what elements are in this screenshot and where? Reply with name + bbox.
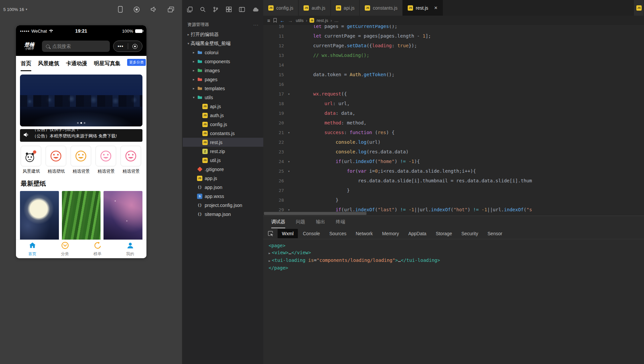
file-.gitignore[interactable]: .gitignore <box>183 165 263 174</box>
mute-icon[interactable] <box>150 6 157 12</box>
horizontal-scrollbar[interactable] <box>264 212 366 215</box>
extensions-icon[interactable] <box>226 7 232 12</box>
git-branch-icon[interactable] <box>213 7 218 12</box>
debugger-tab-问题[interactable]: 问题 <box>296 216 305 228</box>
js-file-icon: JS <box>197 176 202 181</box>
file-util.js[interactable]: JSutil.js <box>183 156 263 165</box>
inspector-tab-Security[interactable]: Security <box>457 229 483 238</box>
expand-arrow-icon[interactable]: ▶ <box>269 259 270 263</box>
cloud-icon[interactable] <box>252 7 259 12</box>
file-config.js[interactable]: JSconfig.js <box>183 120 263 129</box>
forward-arrow-icon[interactable]: → <box>288 18 293 23</box>
folder-utils[interactable]: ▾utils <box>183 93 263 102</box>
wxml-node[interactable]: <page> <box>269 242 639 249</box>
category-item-精选背景[interactable]: 精选背景 <box>120 146 142 174</box>
section-open-editors[interactable]: ▸ 打开的编辑器 <box>183 30 263 39</box>
tabbar-item-首页[interactable]: 首页 <box>16 240 49 258</box>
editor-tab-partial[interactable]: JS <box>633 0 644 16</box>
inspector-tab-Network[interactable]: Network <box>351 229 377 238</box>
breadcrumb-item[interactable]: rest.js <box>317 18 328 23</box>
fold-toggle-icon[interactable]: ▾ <box>284 166 294 176</box>
file-sitemap.json[interactable]: {}sitemap.json <box>183 210 263 219</box>
wxml-node[interactable]: ▶<tui-loading is="components/loading/loa… <box>269 257 639 265</box>
record-icon[interactable] <box>133 6 140 13</box>
nav-tab-卡通动漫[interactable]: 卡通动漫 <box>66 56 87 71</box>
code-editor[interactable]: 10let pages = getCurrentPages();11let cu… <box>263 25 644 216</box>
search-icon[interactable] <box>200 7 206 12</box>
files-icon[interactable] <box>187 7 193 12</box>
debugger-tab-输出[interactable]: 输出 <box>316 216 325 228</box>
inspector-tab-Sources[interactable]: Sources <box>325 229 350 238</box>
search-input[interactable] <box>52 44 106 49</box>
editor-tab-constants.js[interactable]: JSconstants.js <box>360 0 403 16</box>
wxml-node[interactable]: </page> <box>269 265 639 272</box>
search-bar[interactable] <box>42 41 110 52</box>
category-item-风景建筑[interactable]: 风景建筑 <box>21 146 42 174</box>
file-constants.js[interactable]: JSconstants.js <box>183 129 263 138</box>
folder-components[interactable]: ▸components <box>183 57 263 66</box>
windows-icon[interactable] <box>168 7 174 12</box>
inspector-tab-Storage[interactable]: Storage <box>431 229 456 238</box>
inspector-tab-Console[interactable]: Console <box>299 229 324 238</box>
tabbar-item-榜单[interactable]: 榜单 <box>81 240 114 258</box>
category-item-精选壁纸[interactable]: 精选壁纸 <box>46 146 67 174</box>
more-menu-icon[interactable]: ••• <box>113 44 128 49</box>
file-app.json[interactable]: {}app.json <box>183 183 263 192</box>
inspector-tab-Wxml[interactable]: Wxml <box>278 229 298 238</box>
breadcrumb-item[interactable]: … <box>334 18 338 23</box>
inspect-element-icon[interactable] <box>267 231 277 237</box>
file-api.js[interactable]: JSapi.js <box>183 102 263 111</box>
file-auth.js[interactable]: JSauth.js <box>183 111 263 120</box>
notice-bar[interactable]: （公告）仅供学习欣赏！ （公告）本程序壁纸均来源于网络 免费下载! <box>20 129 142 142</box>
folder-colorui[interactable]: ▸colorui <box>183 48 263 57</box>
editor-tab-api.js[interactable]: JSapi.js <box>331 0 360 16</box>
file-rest.zip[interactable]: Zrest.zip <box>183 147 263 156</box>
fold-toggle-icon[interactable]: ▾ <box>284 89 294 99</box>
nav-tab-风景建筑[interactable]: 风景建筑 <box>38 56 59 71</box>
wxml-node[interactable]: ▶<view>…</view> <box>269 249 639 257</box>
file-project.config.json[interactable]: {}project.config.json <box>183 201 263 210</box>
file-app.wxss[interactable]: Sapp.wxss <box>183 192 263 201</box>
more-actions-icon[interactable]: ··· <box>253 22 259 27</box>
folder-templates[interactable]: ▸templates <box>183 84 263 93</box>
layout-icon[interactable] <box>239 7 245 12</box>
device-icon[interactable] <box>118 6 123 13</box>
file-app.js[interactable]: JSapp.js <box>183 174 263 183</box>
code-line: 11let currentPage = pages[pages.length -… <box>263 31 644 41</box>
wallpaper-thumb-grass[interactable] <box>62 191 101 241</box>
folder-pages[interactable]: ▸pages <box>183 75 263 84</box>
editor-tab-auth.js[interactable]: JSauth.js <box>299 0 330 16</box>
category-item-精选背景[interactable]: 精选背景 <box>71 146 92 174</box>
exit-target-icon[interactable] <box>128 44 142 49</box>
line-number: 25 <box>263 166 284 176</box>
more-categories-badge[interactable]: 更多分类 <box>127 59 146 66</box>
folder-images[interactable]: ▸images <box>183 66 263 75</box>
debugger-tab-终端[interactable]: 终端 <box>336 216 345 228</box>
banner-carousel[interactable] <box>20 75 142 126</box>
fold-toggle-icon[interactable]: ▾ <box>284 128 294 137</box>
tabbar-item-我的[interactable]: 我的 <box>114 240 146 258</box>
nav-tab-明星写真集[interactable]: 明星写真集 <box>94 56 120 71</box>
tabbar-item-分类[interactable]: 分类 <box>49 240 81 258</box>
bookmark-icon[interactable] <box>273 18 277 23</box>
fold-toggle-icon[interactable]: ▾ <box>284 157 294 166</box>
nav-tab-首页[interactable]: 首页 <box>21 56 31 71</box>
back-arrow-icon[interactable]: ← <box>280 18 285 23</box>
category-item-精选背景[interactable]: 精选背景 <box>96 146 117 174</box>
zoom-selector[interactable]: 5 100% 16 ▾ <box>3 7 27 12</box>
tabbar-label: 榜单 <box>94 251 102 257</box>
editor-tab-config.js[interactable]: JSconfig.js <box>263 0 299 16</box>
editor-tab-rest.js[interactable]: JSrest.js× <box>403 0 443 16</box>
breadcrumb-item[interactable]: utils <box>296 18 304 23</box>
inspector-tab-Memory[interactable]: Memory <box>378 229 403 238</box>
expand-arrow-icon[interactable]: ▶ <box>269 252 270 255</box>
close-icon[interactable]: × <box>434 5 438 11</box>
wallpaper-thumb-aurora[interactable] <box>104 191 142 241</box>
inspector-tab-AppData[interactable]: AppData <box>404 229 431 238</box>
project-root[interactable]: ▾ 高端黑金壁纸_前端 <box>183 39 263 48</box>
file-rest.js[interactable]: JSrest.js <box>183 138 263 147</box>
wallpaper-thumb-moon[interactable] <box>20 191 59 241</box>
inspector-tab-Sensor[interactable]: Sensor <box>483 229 507 238</box>
debugger-tab-调试器[interactable]: 调试器 <box>271 216 285 228</box>
list-icon[interactable]: ≡ <box>267 18 270 23</box>
